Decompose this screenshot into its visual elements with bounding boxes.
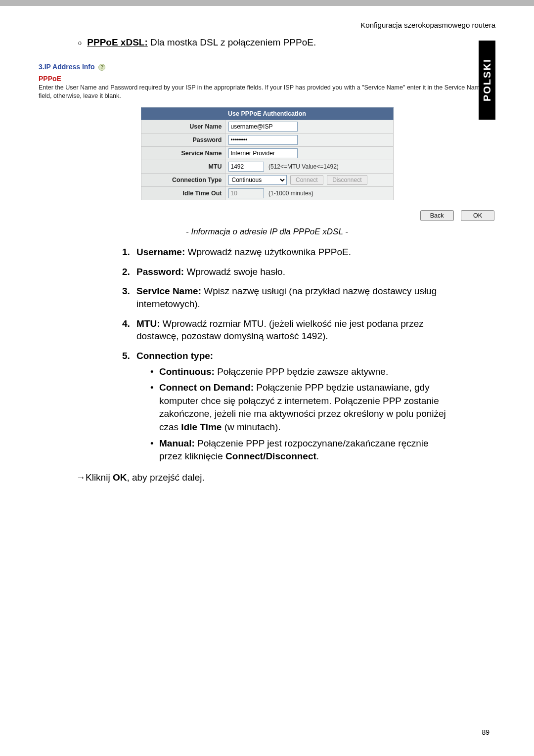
table-header: Use PPPoE Authentication xyxy=(141,108,393,120)
final-post: , aby przejść dalej. xyxy=(127,472,204,483)
conn-type-label: Connection Type xyxy=(141,174,225,187)
sub-term-inline: Connect/Disconnect xyxy=(225,451,316,461)
step-text: Wprowadź nazwę użytkownika PPPoE. xyxy=(188,247,352,257)
pppoe-form-table: Use PPPoE Authentication User Name Passw… xyxy=(141,107,394,200)
step-heading-text: 3.IP Address Info xyxy=(39,63,95,71)
page-number: 89 xyxy=(482,728,490,736)
list-item: Username: Wprowadź nazwę użytkownika PPP… xyxy=(133,246,446,259)
mtu-label: MTU xyxy=(141,160,225,174)
intro-line: o PPPoE xDSL: Dla mostka DSL z połączeni… xyxy=(78,37,495,48)
back-button[interactable]: Back xyxy=(420,210,454,221)
mtu-field[interactable] xyxy=(228,162,264,172)
table-row: MTU (512<=MTU Value<=1492) xyxy=(141,160,393,174)
language-tab: POLSKI xyxy=(479,41,495,120)
final-instruction: →Kliknij OK, aby przejść dalej. xyxy=(76,472,495,483)
conn-type-select[interactable]: Continuous xyxy=(228,175,287,185)
step-term: Username: xyxy=(136,247,185,257)
page: Konfiguracja szerokopasmowego routera PO… xyxy=(0,0,534,756)
table-row: Password xyxy=(141,133,393,147)
final-pre: Kliknij xyxy=(86,472,113,483)
mtu-hint: (512<=MTU Value<=1492) xyxy=(268,163,339,170)
sub-term: Continuous: xyxy=(159,366,215,377)
step-term: MTU: xyxy=(136,318,160,329)
password-field[interactable] xyxy=(228,135,298,145)
list-item: Password: Wprowadź swoje hasło. xyxy=(133,266,446,278)
intro-title: PPPoE xDSL: xyxy=(87,37,147,47)
sub-text: Połączenie PPP będzie zawsze aktywne. xyxy=(217,366,388,377)
sub-list: Continuous: Połączenie PPP będzie zawsze… xyxy=(150,365,446,463)
pppoe-title: PPPoE xyxy=(39,75,495,83)
bullet-marker: o xyxy=(78,39,82,46)
screenshot-block: 3.IP Address Info ? PPPoE Enter the User… xyxy=(39,63,495,221)
help-icon[interactable]: ? xyxy=(98,64,105,71)
idle-label: Idle Time Out xyxy=(141,187,225,200)
final-bold: OK xyxy=(113,472,127,483)
sub-term-inline: Idle Time xyxy=(181,422,222,432)
idle-field xyxy=(228,188,264,198)
user-name-field[interactable] xyxy=(228,122,298,132)
list-item: Continuous: Połączenie PPP będzie zawsze… xyxy=(150,365,446,379)
step-heading: 3.IP Address Info ? xyxy=(39,63,495,71)
connect-button[interactable]: Connect xyxy=(290,175,323,185)
idle-hint: (1-1000 minutes) xyxy=(268,190,313,197)
step-text: Wprowadź rozmiar MTU. (jeżeli wielkość n… xyxy=(136,318,424,342)
list-item: Manual: Połączenie PPP jest rozpoczynane… xyxy=(150,437,446,463)
screenshot-button-row: Back OK xyxy=(39,210,495,221)
ok-button[interactable]: OK xyxy=(461,210,494,221)
step-term: Connection type: xyxy=(136,351,213,361)
pppoe-desc: Enter the User Name and Password require… xyxy=(39,84,495,100)
service-name-field[interactable] xyxy=(228,148,298,158)
user-name-label: User Name xyxy=(141,120,225,133)
figure-caption: - Informacja o adresie IP dla PPPoE xDSL… xyxy=(39,227,495,237)
list-item: Connect on Demand: Połączenie PPP będzie… xyxy=(150,381,446,434)
list-item: Service Name: Wpisz nazwę usługi (na prz… xyxy=(133,285,446,310)
step-term: Service Name: xyxy=(136,286,201,296)
sub-term: Connect on Demand: xyxy=(159,382,254,393)
arrow-icon: → xyxy=(76,472,86,483)
table-row: User Name xyxy=(141,120,393,133)
list-item: MTU: Wprowadź rozmiar MTU. (jeżeli wielk… xyxy=(133,317,446,343)
sub-term: Manual: xyxy=(159,438,195,448)
service-name-label: Service Name xyxy=(141,147,225,160)
list-item: Connection type: Continuous: Połączenie … xyxy=(133,350,446,463)
step-text: Wprowadź swoje hasło. xyxy=(186,267,285,277)
step-term: Password: xyxy=(136,267,184,277)
table-row: Connection Type Continuous Connect Disco… xyxy=(141,174,393,187)
sub-text: (w minutach). xyxy=(222,422,280,432)
disconnect-button[interactable]: Disconnect xyxy=(327,175,367,185)
running-header: Konfiguracja szerokopasmowego routera xyxy=(39,21,495,29)
password-label: Password xyxy=(141,133,225,147)
sub-text: . xyxy=(316,451,319,461)
intro-text: Dla mostka DSL z połączeniem PPPoE. xyxy=(150,37,316,47)
table-row: Service Name xyxy=(141,147,393,160)
table-row: Idle Time Out (1-1000 minutes) xyxy=(141,187,393,200)
numbered-steps: Username: Wprowadź nazwę użytkownika PPP… xyxy=(133,246,495,463)
